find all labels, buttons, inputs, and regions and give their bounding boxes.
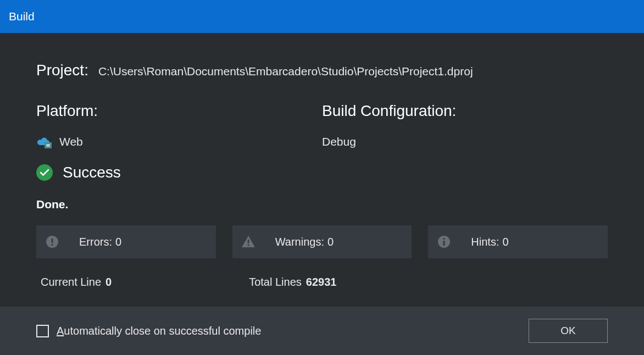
config-column: Build Configuration: Debug (322, 102, 608, 148)
errors-label: Errors:0 (79, 236, 121, 248)
project-row: Project: C:\Users\Roman\Documents\Embarc… (36, 62, 608, 79)
hints-box[interactable]: Hints:0 (428, 225, 608, 258)
hints-label: Hints:0 (471, 236, 508, 248)
svg-rect-2 (52, 244, 53, 246)
warning-icon (241, 235, 256, 249)
svg-rect-3 (247, 240, 249, 243)
platform-heading: Platform: (36, 102, 322, 120)
error-icon (45, 235, 59, 249)
titlebar: Build (0, 0, 644, 33)
svg-rect-6 (443, 238, 445, 240)
errors-box[interactable]: Errors:0 (36, 225, 216, 258)
total-lines-value: 62931 (306, 276, 337, 288)
hints-value: 0 (502, 236, 508, 248)
current-line-value: 0 (106, 276, 112, 288)
platform-value-row: W Web (36, 135, 322, 148)
config-value: Debug (322, 135, 608, 148)
project-path: C:\Users\Roman\Documents\Embarcadero\Stu… (98, 65, 473, 78)
project-label: Project: (36, 62, 88, 79)
auto-close-label[interactable]: Automatically close on successful compil… (57, 325, 261, 337)
warnings-label: Warnings:0 (275, 236, 334, 248)
config-heading: Build Configuration: (322, 102, 608, 120)
total-lines: Total Lines62931 (249, 276, 336, 289)
svg-rect-7 (443, 241, 445, 246)
status-row: Success (36, 164, 608, 181)
success-check-icon (36, 164, 53, 181)
platform-value: Web (59, 135, 83, 148)
ok-button[interactable]: OK (529, 319, 608, 343)
auto-close-row[interactable]: Automatically close on successful compil… (36, 325, 261, 337)
current-line: Current Line0 (41, 276, 112, 289)
done-text: Done. (36, 198, 608, 211)
dialog-footer: Automatically close on successful compil… (0, 307, 644, 355)
errors-value: 0 (115, 236, 121, 248)
status-text: Success (63, 164, 121, 181)
web-cloud-icon: W (36, 136, 51, 147)
dialog-content: Project: C:\Users\Roman\Documents\Embarc… (0, 33, 644, 289)
window-title: Build (9, 10, 35, 23)
platform-column: Platform: W Web (36, 102, 322, 148)
svg-rect-4 (247, 245, 249, 246)
info-icon (437, 235, 451, 249)
stat-boxes: Errors:0 Warnings:0 (36, 225, 608, 258)
warnings-box[interactable]: Warnings:0 (232, 225, 412, 258)
lines-row: Current Line0 Total Lines62931 (36, 276, 608, 289)
auto-close-checkbox[interactable] (36, 325, 49, 337)
warnings-value: 0 (327, 236, 334, 248)
platform-config-row: Platform: W Web Build Configuration: Deb… (36, 102, 608, 148)
svg-rect-1 (52, 238, 53, 243)
